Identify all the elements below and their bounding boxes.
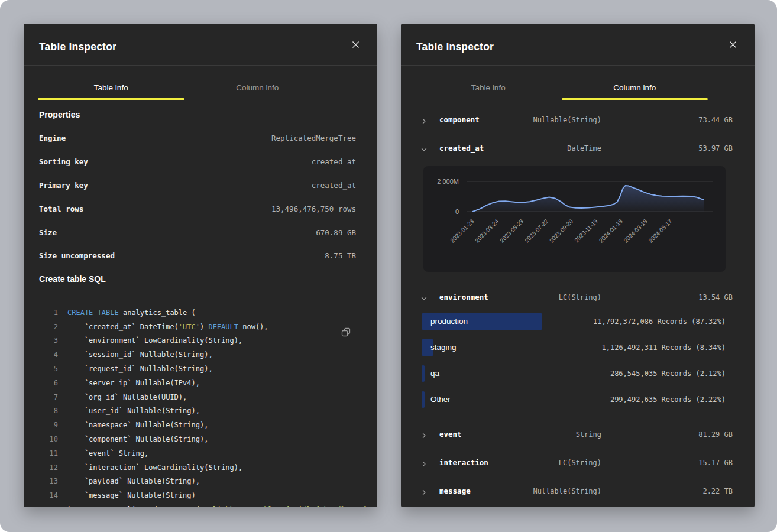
sql-line: 4 `session_id` Nullable(String), bbox=[39, 348, 362, 362]
column-name: component bbox=[439, 115, 480, 124]
property-label: Total rows bbox=[39, 205, 83, 213]
tab-column-info[interactable]: Column info bbox=[184, 76, 331, 99]
line-number: 6 bbox=[39, 379, 58, 387]
sql-line: 8 `user_id` Nullable(String), bbox=[39, 404, 362, 419]
column-row-event[interactable]: event String 81.29 GB bbox=[401, 429, 755, 440]
table-inspector-dialog-table-info: Table inspector Table info Column info P… bbox=[24, 24, 377, 507]
property-value: 13,496,476,750 rows bbox=[271, 205, 356, 213]
close-button[interactable] bbox=[725, 37, 740, 52]
column-name: event bbox=[439, 430, 462, 439]
sql-line: 13 `payload` Nullable(String), bbox=[39, 475, 362, 489]
sql-line: 11 `event` String, bbox=[39, 446, 362, 460]
column-name: created_at bbox=[439, 144, 484, 153]
breakdown-label: staging bbox=[430, 339, 457, 356]
tab-table-info[interactable]: Table info bbox=[38, 76, 184, 99]
column-size: 2.22 TB bbox=[702, 487, 733, 495]
line-number: 9 bbox=[39, 421, 58, 429]
property-value: created_at bbox=[312, 181, 356, 190]
tab-bar: Table info Column info bbox=[415, 76, 740, 99]
property-row: EngineReplicatedMergeTree bbox=[39, 126, 356, 150]
sql-line: 12 `interaction` LowCardinality(String), bbox=[39, 460, 362, 475]
property-label: Engine bbox=[39, 134, 66, 142]
svg-text:2 000M: 2 000M bbox=[437, 178, 459, 185]
column-size: 81.29 GB bbox=[698, 430, 733, 439]
property-row: Size uncompressed8.75 TB bbox=[39, 244, 356, 268]
property-value: created_at bbox=[312, 157, 356, 166]
svg-text:2023-01-23: 2023-01-23 bbox=[449, 218, 475, 244]
line-number: 1 bbox=[39, 309, 58, 317]
column-type: DateTime bbox=[567, 144, 601, 153]
property-row: Size670.89 GB bbox=[39, 220, 356, 244]
sql-line: 2 `created_at` DateTime('UTC') DEFAULT n… bbox=[39, 320, 362, 334]
property-value: 670.89 GB bbox=[316, 228, 356, 237]
tab-filler bbox=[331, 76, 363, 99]
chevron-right-icon[interactable] bbox=[420, 488, 428, 495]
column-row-created-at[interactable]: created_at DateTime 53.97 GB bbox=[401, 142, 755, 154]
breakdown-value: 1,126,492,311 Records (8.34%) bbox=[601, 339, 726, 356]
line-number: 13 bbox=[39, 477, 58, 485]
column-type: LC(String) bbox=[559, 293, 601, 301]
breakdown-label: qa bbox=[430, 365, 439, 382]
column-type: String bbox=[576, 430, 601, 439]
sql-line: 7 `org_id` Nullable(UUID), bbox=[39, 390, 362, 404]
close-icon bbox=[729, 41, 737, 48]
sql-line: 3 `environment` LowCardinality(String), bbox=[39, 334, 362, 348]
column-name: interaction bbox=[439, 458, 488, 467]
sql-code-block: 1CREATE TABLE analytics_table (2 `create… bbox=[39, 306, 362, 507]
sql-line: 5 `request_id` Nullable(String), bbox=[39, 362, 362, 376]
property-value: ReplicatedMergeTree bbox=[271, 134, 356, 142]
column-row-environment[interactable]: environment LC(String) 13.54 GB bbox=[401, 291, 755, 303]
tab-bar: Table info Column info bbox=[38, 76, 363, 99]
chevron-right-icon[interactable] bbox=[420, 116, 428, 124]
breakdown-row-qa: qa286,545,035 Records (2.12%) bbox=[401, 365, 755, 382]
sql-line: 1CREATE TABLE analytics_table ( bbox=[39, 306, 362, 320]
chevron-down-icon[interactable] bbox=[420, 145, 428, 152]
column-name: message bbox=[439, 486, 471, 495]
column-type: LC(String) bbox=[559, 459, 601, 467]
sql-line: 6 `server_ip` Nullable(IPv4), bbox=[39, 376, 362, 390]
column-size: 53.97 GB bbox=[698, 144, 733, 153]
close-button[interactable] bbox=[348, 37, 363, 52]
line-number: 10 bbox=[39, 435, 58, 443]
tab-table-info[interactable]: Table info bbox=[415, 76, 562, 99]
line-number: 5 bbox=[39, 365, 58, 373]
dialog-title: Table inspector bbox=[416, 41, 494, 53]
line-number: 14 bbox=[39, 491, 58, 499]
value-bar bbox=[422, 391, 425, 408]
svg-text:2024-01-18: 2024-01-18 bbox=[598, 218, 624, 244]
property-label: Size uncompressed bbox=[39, 251, 115, 260]
svg-text:2023-07-22: 2023-07-22 bbox=[523, 218, 549, 244]
line-number: 4 bbox=[39, 351, 58, 359]
breakdown-value: 299,492,635 Records (2.22%) bbox=[610, 391, 726, 408]
chevron-right-icon[interactable] bbox=[420, 459, 428, 466]
table-inspector-dialog-column-info: Table inspector Table info Column info c… bbox=[401, 24, 755, 507]
properties-section-title: Properties bbox=[39, 110, 80, 119]
property-label: Size bbox=[39, 228, 57, 237]
property-label: Sorting key bbox=[39, 157, 88, 166]
column-row-component[interactable]: component Nullable(String) 73.44 GB bbox=[401, 114, 755, 126]
tab-column-info[interactable]: Column info bbox=[562, 76, 708, 99]
sql-line: 9 `namespace` Nullable(String), bbox=[39, 418, 362, 432]
svg-text:0: 0 bbox=[455, 208, 459, 215]
line-number: 15 bbox=[39, 505, 58, 507]
breakdown-row-staging: staging1,126,492,311 Records (8.34%) bbox=[401, 339, 755, 356]
column-row-message[interactable]: message Nullable(String) 2.22 TB bbox=[401, 485, 755, 497]
dialog-title: Table inspector bbox=[39, 41, 116, 53]
value-bar bbox=[422, 365, 425, 382]
column-row-interaction[interactable]: interaction LC(String) 15.17 GB bbox=[401, 457, 755, 469]
line-number: 8 bbox=[39, 407, 58, 415]
chevron-down-icon[interactable] bbox=[420, 294, 428, 301]
breakdown-label: Other bbox=[430, 391, 451, 408]
header-divider bbox=[24, 65, 377, 66]
column-type: Nullable(String) bbox=[533, 487, 601, 495]
breakdown-label: production bbox=[430, 313, 468, 330]
breakdown-value: 286,545,035 Records (2.12%) bbox=[610, 365, 726, 382]
chevron-right-icon[interactable] bbox=[420, 431, 428, 438]
sql-line: 15) ENGINE = ReplicatedMergeTree('/click… bbox=[39, 502, 362, 507]
svg-text:2024-05-17: 2024-05-17 bbox=[648, 218, 674, 244]
property-row: Primary keycreated_at bbox=[39, 174, 356, 197]
line-number: 2 bbox=[39, 323, 58, 331]
svg-text:2024-03-18: 2024-03-18 bbox=[623, 218, 649, 244]
column-size: 15.17 GB bbox=[698, 459, 733, 467]
breakdown-row-production: production11,792,372,086 Records (87.32%… bbox=[401, 313, 755, 330]
